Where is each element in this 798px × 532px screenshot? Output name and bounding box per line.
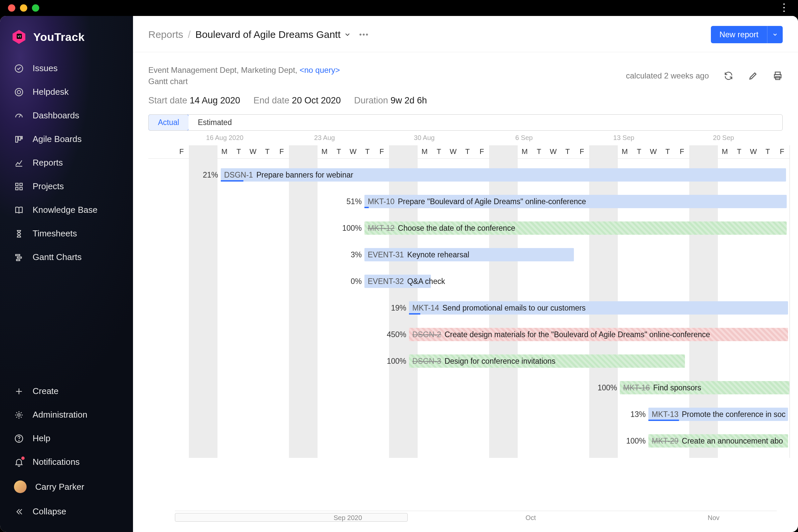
day-label: T	[337, 147, 341, 156]
sidebar-item-agile-boards[interactable]: Agile Boards	[6, 128, 127, 150]
timeline-week-labels: 16 Aug 202023 Aug30 Aug6 Sep13 Sep20 Sep	[148, 134, 790, 145]
day-label: M	[522, 147, 528, 156]
sidebar-item-projects[interactable]: Projects	[6, 175, 127, 197]
window-minimize-button[interactable]	[20, 4, 27, 12]
sidebar-item-reports[interactable]: Reports	[6, 152, 127, 174]
task-progress-percent: 19%	[381, 304, 406, 312]
weekend-column	[504, 145, 518, 158]
breadcrumb-current[interactable]: Boulevard of Agile Dreams Gantt	[195, 29, 351, 40]
sidebar-item-helpdesk[interactable]: Helpdesk	[6, 81, 127, 103]
day-label: T	[665, 147, 670, 156]
day-label: F	[479, 147, 484, 156]
day-label: T	[365, 147, 369, 156]
svg-point-16	[18, 414, 20, 416]
task-title: Promote the conference in soc	[682, 410, 786, 419]
gantt-task-row: 450%DSGN-2Create design materials for th…	[148, 326, 790, 343]
segment-estimated[interactable]: Estimated	[189, 115, 241, 130]
gantt-task-bar[interactable]: MKT-16Find sponsors	[620, 381, 790, 394]
weekend-column	[704, 145, 718, 158]
gantt-task-row: 100%MKT-12Choose the date of the confere…	[148, 220, 790, 236]
view-segmented-control: Actual Estimated	[148, 114, 783, 131]
timeline-overview-scrollbar[interactable]: Sep 2020 Oct Nov	[175, 511, 777, 524]
gantt-task-row: 3%EVENT-31Keynote rehearsal	[148, 246, 790, 263]
task-progress-percent: 51%	[337, 197, 362, 206]
gantt-task-row: 100%DSGN-3Design for conference invitati…	[148, 353, 790, 369]
new-report-button[interactable]: New report	[711, 26, 767, 43]
sidebar-item-timesheets[interactable]: Timesheets	[6, 223, 127, 245]
task-progress-percent: 100%	[592, 383, 617, 392]
sidebar-item-label: Help	[33, 433, 50, 443]
collapse-icon	[14, 507, 24, 517]
day-label: W	[550, 147, 557, 156]
window-maximize-button[interactable]	[32, 4, 39, 12]
sidebar-item-notifications[interactable]: Notifications	[6, 451, 127, 473]
task-id: DSGN-2	[412, 330, 441, 339]
gantt-icon	[14, 252, 24, 262]
day-label: W	[450, 147, 457, 156]
sidebar-item-label: Helpdesk	[33, 87, 69, 97]
day-label: M	[622, 147, 628, 156]
gantt-task-bar[interactable]: DSGN-2Create design materials for the "B…	[409, 328, 788, 341]
task-id: MKT-13	[652, 410, 679, 419]
sidebar-item-label: Gantt Charts	[33, 252, 81, 262]
task-id: MKT-10	[368, 197, 395, 206]
avatar	[14, 480, 26, 493]
sidebar: YT YouTrack Issues Helpdesk Dashboards	[0, 16, 133, 532]
gantt-task-bar[interactable]: MKT-12Choose the date of the conference	[364, 222, 787, 235]
gantt-task-bar[interactable]: EVENT-32Q&A check	[364, 274, 431, 288]
sidebar-item-help[interactable]: Help	[6, 427, 127, 450]
gantt-task-bar[interactable]: MKT-10Prepare "Boulevard of Agile Dreams…	[364, 195, 787, 208]
scrollbar-thumb[interactable]	[175, 513, 407, 522]
sidebar-user-name: Carry Parker	[35, 482, 84, 492]
sidebar-item-collapse[interactable]: Collapse	[6, 500, 127, 523]
weekend-column	[389, 145, 403, 158]
task-progress-indicator	[221, 180, 243, 182]
query-link[interactable]: <no query>	[300, 65, 340, 75]
svg-point-18	[19, 440, 19, 441]
breadcrumb-root[interactable]: Reports	[148, 29, 183, 40]
svg-rect-14	[17, 257, 22, 258]
gantt-chart[interactable]: 16 Aug 202023 Aug30 Aug6 Sep13 Sep20 Sep…	[148, 134, 790, 532]
window-close-button[interactable]	[8, 4, 15, 12]
refresh-icon[interactable]	[723, 71, 734, 81]
sidebar-item-administration[interactable]: Administration	[6, 404, 127, 426]
brand[interactable]: YT YouTrack	[0, 25, 133, 57]
gantt-task-bar[interactable]: DSGN-1Prepare banners for webinar	[221, 168, 786, 182]
weekend-column	[203, 145, 217, 158]
gantt-task-bar[interactable]: EVENT-31Keynote rehearsal	[364, 248, 574, 261]
day-label: M	[422, 147, 428, 156]
gantt-task-bar[interactable]: MKT-14Send promotional emails to our cus…	[409, 301, 788, 315]
day-label: F	[680, 147, 684, 156]
sidebar-item-knowledge-base[interactable]: Knowledge Base	[6, 199, 127, 221]
gear-icon	[14, 410, 24, 420]
task-title: Prepare banners for webinar	[256, 171, 354, 179]
svg-rect-13	[16, 254, 20, 256]
svg-rect-11	[16, 187, 18, 190]
sidebar-item-issues[interactable]: Issues	[6, 57, 127, 79]
task-progress-indicator	[648, 420, 679, 421]
sidebar-item-user[interactable]: Carry Parker	[6, 474, 127, 499]
task-title: Prepare "Boulevard of Agile Dreams" onli…	[398, 197, 586, 206]
chart-line-icon	[14, 158, 24, 168]
brand-name: YouTrack	[33, 31, 85, 43]
gantt-task-row: 21%DSGN-1Prepare banners for webinar	[148, 167, 790, 183]
segment-actual[interactable]: Actual	[148, 114, 189, 131]
sidebar-item-gantt-charts[interactable]: Gantt Charts	[6, 246, 127, 268]
day-label: T	[537, 147, 541, 156]
gantt-task-bar[interactable]: MKT-13Promote the conference in soc	[648, 407, 788, 421]
edit-icon[interactable]	[748, 71, 758, 81]
header: Reports / Boulevard of Agile Dreams Gant…	[133, 16, 798, 52]
task-progress-percent: 100%	[621, 437, 646, 445]
gantt-task-bar[interactable]: MKT-29Create an announcement abo	[648, 434, 788, 448]
gantt-task-row: 100%MKT-29Create an announcement abo	[148, 433, 790, 449]
sidebar-item-create[interactable]: Create	[6, 380, 127, 402]
weekend-column	[289, 145, 303, 158]
new-report-dropdown-button[interactable]	[767, 26, 783, 43]
sidebar-item-dashboards[interactable]: Dashboards	[6, 104, 127, 127]
more-actions-icon[interactable]: •••	[359, 30, 369, 39]
gantt-task-bar[interactable]: DSGN-3Design for conference invitations	[409, 355, 685, 368]
weekend-column	[689, 145, 704, 158]
svg-rect-15	[17, 259, 20, 261]
print-icon[interactable]	[773, 71, 783, 81]
svg-rect-10	[20, 183, 23, 186]
